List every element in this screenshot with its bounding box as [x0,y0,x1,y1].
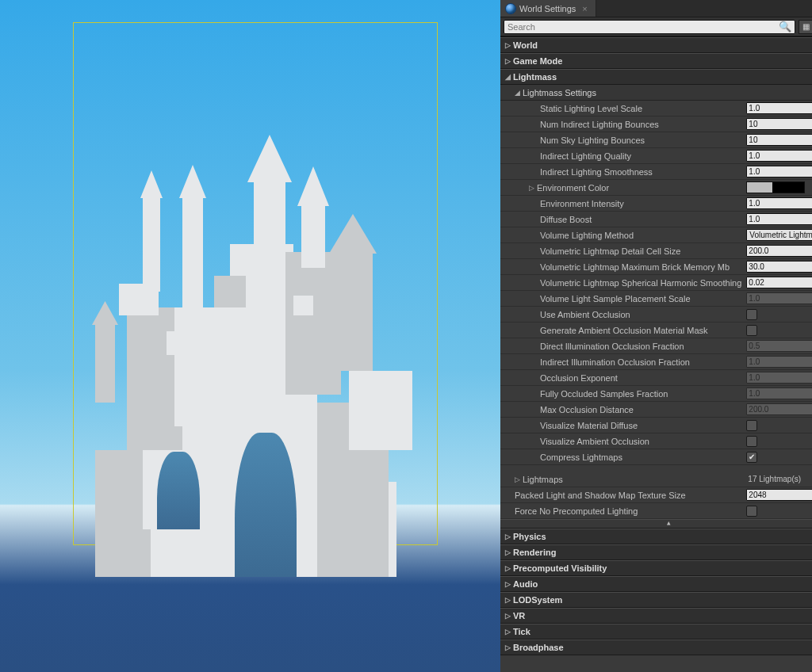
prop-indirect-lighting-quality: Indirect Lighting Quality 1.0▲▼ [500,148,812,164]
close-icon[interactable]: × [579,4,587,13]
prop-indirect-lighting-smoothness: Indirect Lighting Smoothness 1.0▲▼ [500,164,812,180]
spinbox-disabled: 200.0▲▼ [746,403,812,415]
checkbox[interactable] [746,506,757,517]
checkbox[interactable] [746,325,757,336]
section-world[interactable]: ▷World [500,37,812,53]
search-input[interactable] [508,22,779,32]
spinbox[interactable]: 1.0▲▼ [746,102,812,114]
search-box[interactable]: 🔍 [504,20,795,34]
properties-scroll[interactable]: ▷World ▷Game Mode ◢Lightmass ◢Lightmass … [500,36,812,672]
spinbox-disabled: 1.0▲▼ [746,356,812,368]
spinbox[interactable]: 30.0▲▼ [746,261,812,273]
prop-volume-lighting-method: Volume Lighting Method Volumetric Lightm… [500,227,812,243]
section-vr[interactable]: ▷VR [500,608,812,624]
prop-fully-occluded-samples-fraction: Fully Occluded Samples Fraction 1.0▲▼ [500,386,812,402]
lightmass-settings-header[interactable]: ◢Lightmass Settings ↺ [500,85,812,101]
prop-lightmaps: ▷ Lightmaps 17 Lightmap(s) [500,472,812,487]
search-icon[interactable]: 🔍 [779,21,791,32]
dropdown[interactable]: Volumetric Lightm▾ [746,229,812,241]
prop-visualize-ambient-occlusion: Visualize Ambient Occlusion [500,433,812,449]
viewport-3d[interactable] [0,0,500,672]
spinbox-disabled: 1.0▲▼ [746,388,812,399]
spinbox[interactable]: 10▲▼ [746,134,812,146]
prop-volumetric-lightmap-detail-cell-size: Volumetric Lightmap Detail Cell Size 200… [500,243,812,259]
section-broadphase[interactable]: ▷Broadphase [500,640,812,655]
search-row: 🔍 ▦ 👁▾ [500,17,812,36]
tab-world-settings[interactable]: World Settings × [500,0,596,17]
section-audio[interactable]: ▷Audio [500,576,812,592]
spinbox[interactable]: 10▲▼ [746,118,812,130]
spinbox[interactable]: 0.02▲▼ [746,277,812,288]
spinbox[interactable]: 1.0▲▼ [746,150,812,162]
prop-visualize-material-diffuse: Visualize Material Diffuse [500,418,812,433]
spinbox[interactable]: 1.0▲▼ [746,213,812,225]
prop-indirect-illumination-occlusion-fraction: Indirect Illumination Occlusion Fraction… [500,354,812,370]
spinbox[interactable]: 2048▲▼ [746,489,812,501]
prop-occlusion-exponent: Occlusion Exponent 1.0▲▼ [500,370,812,386]
prop-volume-light-sample-placement-scale: Volume Light Sample Placement Scale 1.0▲… [500,291,812,307]
prop-direct-illumination-occlusion-fraction: Direct Illumination Occlusion Fraction 0… [500,338,812,354]
section-rendering[interactable]: ▷Rendering [500,544,812,560]
checkbox[interactable] [746,452,757,463]
prop-use-ambient-occlusion: Use Ambient Occlusion [500,307,812,323]
prop-volumetric-lightmap-max-brick-memory: Volumetric Lightmap Maximum Brick Memory… [500,259,812,275]
spinbox-disabled: 1.0▲▼ [746,292,812,304]
section-physics[interactable]: ▷Physics [500,529,812,544]
checkbox[interactable] [746,436,757,447]
tab-bar: World Settings × [500,0,812,17]
globe-icon [505,3,516,14]
prop-volumetric-lightmap-sh-smoothing: Volumetric Lightmap Spherical Harmonic S… [500,275,812,291]
spinbox-disabled: 0.5▲▼ [746,340,812,352]
prop-static-lighting-level-scale: Static Lighting Level Scale 1.0▲▼ [500,101,812,116]
collapse-handle[interactable]: ▾ [500,519,812,529]
expand-icon[interactable]: ▷ [529,184,537,192]
spinbox[interactable]: 1.0▲▼ [746,197,812,209]
prop-num-indirect-lighting-bounces: Num Indirect Lighting Bounces 10▲▼↺ [500,116,812,132]
prop-force-no-precomputed-lighting: Force No Precomputed Lighting [500,503,812,519]
lightmaps-count: 17 Lightmap(s) [746,475,801,483]
prop-max-occlusion-distance: Max Occlusion Distance 200.0▲▼ [500,402,812,418]
section-lightmass[interactable]: ◢Lightmass [500,69,812,85]
world-settings-panel: World Settings × 🔍 ▦ 👁▾ ▷World ▷Game Mod… [500,0,812,672]
section-lodsystem[interactable]: ▷LODSystem [500,592,812,608]
property-matrix-button[interactable]: ▦ [799,20,812,34]
prop-packed-light-shadow-map-size: Packed Light and Shadow Map Texture Size… [500,487,812,503]
section-tick[interactable]: ▷Tick [500,624,812,640]
lightmass-importance-volume-wire [73,22,438,545]
chevron-up-icon: ▾ [667,520,671,528]
checkbox[interactable] [746,420,757,431]
prop-environment-color: ▷ Environment Color [500,180,812,196]
prop-compress-lightmaps: Compress Lightmaps [500,449,812,465]
color-swatch[interactable] [746,181,805,193]
section-precomputed-visibility[interactable]: ▷Precomputed Visibility [500,560,812,576]
tab-label: World Settings [519,4,576,13]
spinbox[interactable]: 1.0▲▼ [746,166,812,178]
castle-mesh-preview [95,133,428,577]
prop-generate-ao-material-mask: Generate Ambient Occlusion Material Mask [500,323,812,338]
spinbox-disabled: 1.0▲▼ [746,372,812,384]
section-game-mode[interactable]: ▷Game Mode [500,53,812,69]
prop-diffuse-boost: Diffuse Boost 1.0▲▼ [500,212,812,227]
prop-environment-intensity: Environment Intensity 1.0▲▼ [500,196,812,212]
expand-icon[interactable]: ▷ [515,475,523,483]
spinbox[interactable]: 200.0▲▼ [746,245,812,257]
prop-num-sky-lighting-bounces: Num Sky Lighting Bounces 10▲▼↺ [500,132,812,148]
checkbox[interactable] [746,309,757,320]
